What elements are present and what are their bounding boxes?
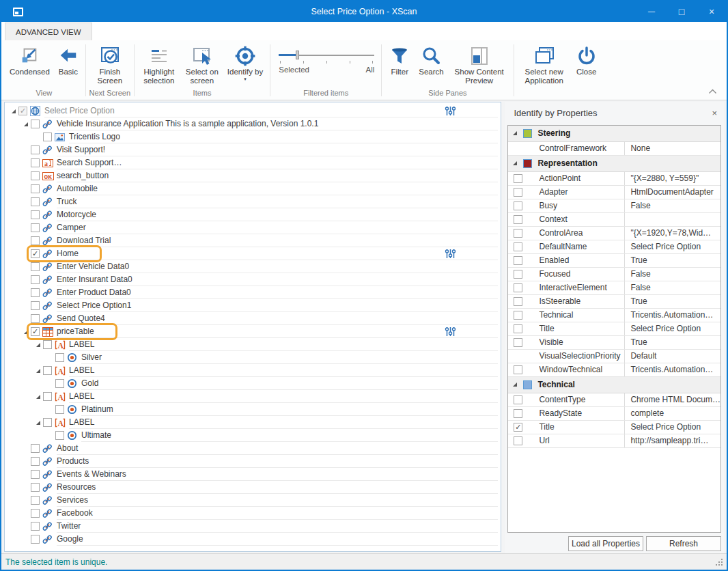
tree-row[interactable]: Vehicle Insurance Application This is a … — [5, 117, 501, 130]
row-checkbox[interactable]: ✓ — [31, 249, 40, 258]
row-checkbox[interactable] — [31, 120, 40, 128]
row-checkbox[interactable] — [31, 301, 40, 310]
row-checkbox[interactable]: ✓ — [31, 327, 40, 336]
tree-row[interactable]: ALABEL — [5, 416, 501, 429]
tree-row[interactable]: Download Trial — [5, 234, 501, 247]
tree-row[interactable]: About — [5, 442, 501, 455]
row-checkbox[interactable] — [31, 171, 40, 180]
expander-icon[interactable] — [21, 122, 31, 127]
expander-icon[interactable] — [33, 342, 43, 348]
property-row[interactable]: TitleSelect Price Option — [508, 322, 720, 336]
tree-row[interactable]: ✓Select Price Option — [5, 105, 501, 117]
row-checkbox[interactable] — [43, 418, 52, 427]
tree-row[interactable]: Services — [5, 494, 501, 507]
finish-screen-button[interactable]: Finish Screen — [89, 42, 131, 85]
row-checkbox[interactable] — [31, 535, 40, 544]
tree-row[interactable]: Resources — [5, 481, 501, 494]
property-row[interactable]: Urlhttp://sampleapp.tri… — [508, 434, 720, 448]
tree-row[interactable]: ALABEL — [5, 364, 501, 377]
row-checkbox[interactable] — [31, 470, 40, 479]
property-checkbox[interactable] — [514, 174, 522, 183]
row-checkbox[interactable] — [31, 275, 40, 284]
expander-icon[interactable] — [21, 329, 31, 335]
identify-by-button[interactable]: Identify by ▾ — [223, 42, 267, 81]
row-checkbox[interactable] — [55, 379, 64, 388]
property-checkbox[interactable] — [514, 409, 522, 418]
tree-row[interactable]: Ultimate — [5, 429, 501, 442]
tree-row[interactable]: aSearch Support… — [5, 156, 501, 169]
row-checkbox[interactable] — [31, 210, 40, 219]
load-all-properties-button[interactable]: Load all Properties — [568, 536, 643, 551]
tree-row[interactable]: Events & Webinars — [5, 468, 501, 481]
expander-icon[interactable] — [33, 394, 43, 400]
close-icon[interactable]: × — [712, 108, 717, 118]
property-row[interactable]: InteractiveElementFalse — [508, 281, 720, 295]
tree-row[interactable]: ALABEL — [5, 390, 501, 403]
row-checkbox[interactable] — [55, 405, 64, 414]
select-new-application-button[interactable]: Select new Application — [517, 42, 572, 85]
property-checkbox[interactable] — [514, 229, 522, 238]
identify-filter-icon[interactable] — [445, 106, 456, 118]
tree-row[interactable]: Twitter — [5, 520, 501, 533]
property-checkbox[interactable] — [514, 338, 522, 347]
tree-row[interactable]: Silver — [5, 351, 501, 364]
close-xscan-button[interactable]: Close — [572, 42, 602, 76]
search-button[interactable]: Search — [415, 42, 447, 76]
tree-row[interactable]: ✓Home — [5, 247, 501, 260]
property-row[interactable]: FocusedFalse — [508, 268, 720, 281]
expander-icon[interactable] — [33, 420, 43, 426]
row-checkbox[interactable] — [31, 509, 40, 518]
tree-row[interactable]: Google — [5, 533, 501, 546]
property-row[interactable]: DefaultNameSelect Price Option — [508, 240, 720, 254]
refresh-button[interactable]: Refresh — [646, 536, 721, 551]
row-checkbox[interactable] — [31, 223, 40, 232]
highlight-selection-button[interactable]: Highlight selection — [137, 42, 181, 85]
expander-icon[interactable] — [33, 368, 43, 374]
row-checkbox[interactable] — [31, 158, 40, 167]
row-checkbox[interactable] — [31, 483, 40, 492]
expander-icon[interactable] — [512, 382, 519, 387]
tree-row[interactable]: Motorcycle — [5, 208, 501, 221]
row-checkbox[interactable] — [31, 236, 40, 245]
property-checkbox[interactable] — [514, 256, 522, 265]
tree-row[interactable]: OKsearch_button — [5, 169, 501, 182]
row-checkbox[interactable] — [55, 431, 64, 440]
property-row[interactable]: BusyFalse — [508, 199, 720, 213]
row-checkbox[interactable] — [31, 314, 40, 323]
row-checkbox[interactable] — [31, 288, 40, 297]
property-checkbox[interactable] — [514, 188, 522, 197]
property-row[interactable]: ActionPoint"{X=2880, Y=559}" — [508, 172, 720, 186]
property-row[interactable]: IsSteerableTrue — [508, 295, 720, 309]
property-row[interactable]: ControlFrameworkNone — [508, 142, 720, 156]
close-button[interactable]: × — [697, 1, 727, 22]
identify-filter-icon[interactable] — [445, 326, 456, 339]
row-checkbox[interactable] — [31, 444, 40, 453]
property-checkbox[interactable] — [514, 365, 522, 374]
property-checkbox[interactable] — [514, 215, 522, 224]
tree-row[interactable]: Truck — [5, 195, 501, 208]
resize-grip[interactable] — [721, 559, 723, 560]
row-checkbox[interactable] — [31, 184, 40, 193]
tree-row[interactable]: Platinum — [5, 403, 501, 416]
row-checkbox[interactable] — [43, 392, 52, 401]
tree-row[interactable]: Select Price Option1 — [5, 299, 501, 312]
filter-button[interactable]: Filter — [384, 42, 415, 76]
section-header-technical[interactable]: Technical — [508, 377, 720, 393]
show-content-preview-button[interactable]: Show Content Preview — [448, 42, 511, 85]
tree-row[interactable]: Camper — [5, 221, 501, 234]
property-checkbox[interactable] — [514, 283, 522, 292]
select-on-screen-button[interactable]: Select on screen — [181, 42, 223, 85]
property-row[interactable]: ✓TitleSelect Price Option — [508, 421, 720, 434]
condensed-button[interactable]: Condensed — [5, 42, 54, 76]
property-row[interactable]: Context — [508, 213, 720, 227]
row-checkbox[interactable] — [31, 262, 40, 271]
property-row[interactable]: EnabledTrue — [508, 254, 720, 268]
property-checkbox[interactable] — [514, 297, 522, 306]
tree-row[interactable]: Enter Insurant Data0 — [5, 273, 501, 286]
property-checkbox[interactable] — [514, 436, 522, 445]
property-row[interactable]: ControlArea"{X=1920,Y=78,Wid… — [508, 227, 720, 240]
expander-icon[interactable] — [9, 109, 18, 114]
property-checkbox[interactable] — [514, 395, 522, 404]
expander-icon[interactable] — [512, 130, 519, 136]
tree-row[interactable]: Tricentis Logo — [5, 130, 501, 143]
